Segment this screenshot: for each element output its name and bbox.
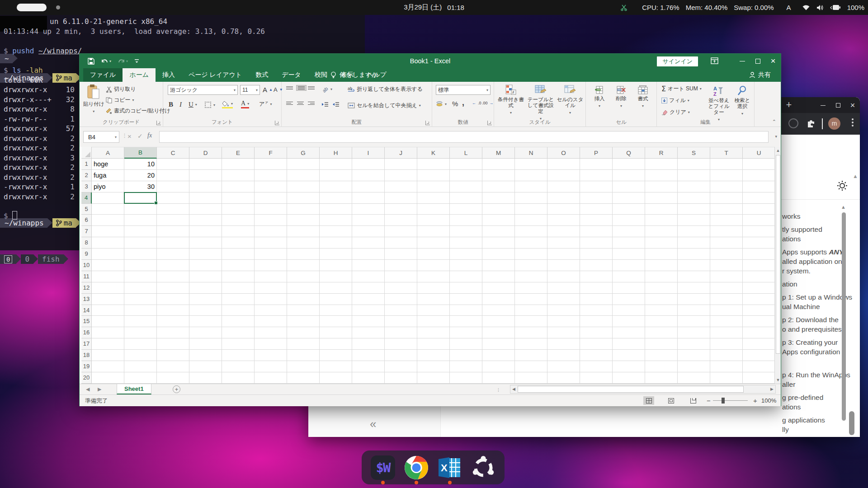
cell-T17[interactable] xyxy=(710,338,743,350)
cell-I17[interactable] xyxy=(352,338,385,350)
cell-E6[interactable] xyxy=(222,215,255,226)
cell-D1[interactable] xyxy=(189,159,222,170)
cell-O5[interactable] xyxy=(547,204,580,215)
zoom-out-button[interactable]: − xyxy=(707,397,711,404)
cell-M4[interactable] xyxy=(482,192,515,204)
cell-S15[interactable] xyxy=(678,316,710,327)
cell-I19[interactable] xyxy=(352,361,385,372)
cell-T16[interactable] xyxy=(710,327,743,338)
cell-O16[interactable] xyxy=(547,327,580,338)
cell-P3[interactable] xyxy=(580,181,613,192)
cell-N15[interactable] xyxy=(515,316,547,327)
cell-K16[interactable] xyxy=(417,327,450,338)
cell-K20[interactable] xyxy=(417,372,450,384)
cell-L5[interactable] xyxy=(450,204,482,215)
cell-A7[interactable] xyxy=(92,226,124,237)
cell-S13[interactable] xyxy=(678,294,710,305)
cell-C5[interactable] xyxy=(157,204,189,215)
cell-B16[interactable] xyxy=(124,327,157,338)
cell-R8[interactable] xyxy=(645,237,678,249)
cell-O19[interactable] xyxy=(547,361,580,372)
cell-I3[interactable] xyxy=(352,181,385,192)
cell-N20[interactable] xyxy=(515,372,547,384)
cell-E14[interactable] xyxy=(222,305,255,316)
column-header-O[interactable]: O xyxy=(547,147,580,159)
cell-G11[interactable] xyxy=(287,271,320,282)
cell-L14[interactable] xyxy=(450,305,482,316)
cell-R7[interactable] xyxy=(645,226,678,237)
row-header-14[interactable]: 14 xyxy=(81,305,92,316)
cell-G16[interactable] xyxy=(287,327,320,338)
conditional-formatting-button[interactable]: ≠ 条件付き書式▾ xyxy=(497,84,525,116)
tabbar-splitter[interactable]: ⁞ xyxy=(498,388,499,393)
align-center-button[interactable] xyxy=(297,102,304,105)
font-color-button[interactable]: A▾ xyxy=(241,100,249,108)
new-tab-button[interactable]: + xyxy=(783,99,795,111)
cell-D14[interactable] xyxy=(189,305,222,316)
cell-B12[interactable] xyxy=(124,282,157,294)
cell-B6[interactable] xyxy=(124,215,157,226)
ribbon-tab-ホーム[interactable]: ホーム xyxy=(123,68,156,82)
cell-N6[interactable] xyxy=(515,215,547,226)
cell-F7[interactable] xyxy=(255,226,287,237)
align-right-button[interactable] xyxy=(308,102,315,105)
column-header-N[interactable]: N xyxy=(515,147,547,159)
formula-input[interactable] xyxy=(159,131,769,143)
cell-C9[interactable] xyxy=(157,249,189,260)
cell-S5[interactable] xyxy=(678,204,710,215)
cell-K13[interactable] xyxy=(417,294,450,305)
percent-style-button[interactable]: % xyxy=(452,100,458,108)
zoom-slider-track[interactable] xyxy=(713,400,748,401)
cell-F15[interactable] xyxy=(255,316,287,327)
cell-L3[interactable] xyxy=(450,181,482,192)
cell-J7[interactable] xyxy=(385,226,417,237)
cell-B17[interactable] xyxy=(124,338,157,350)
cell-L13[interactable] xyxy=(450,294,482,305)
cell-O10[interactable] xyxy=(547,260,580,271)
cell-U19[interactable] xyxy=(743,361,775,372)
cell-S12[interactable] xyxy=(678,282,710,294)
cell-R14[interactable] xyxy=(645,305,678,316)
cell-N7[interactable] xyxy=(515,226,547,237)
cell-D8[interactable] xyxy=(189,237,222,249)
cell-J5[interactable] xyxy=(385,204,417,215)
cell-L17[interactable] xyxy=(450,338,482,350)
cell-M1[interactable] xyxy=(482,159,515,170)
cell-G15[interactable] xyxy=(287,316,320,327)
new-sheet-button[interactable]: + xyxy=(173,385,180,393)
column-header-S[interactable]: S xyxy=(678,147,710,159)
column-header-C[interactable]: C xyxy=(157,147,189,159)
cell-R10[interactable] xyxy=(645,260,678,271)
cell-P9[interactable] xyxy=(580,249,613,260)
cell-H10[interactable] xyxy=(320,260,352,271)
cell-M17[interactable] xyxy=(482,338,515,350)
cell-S4[interactable] xyxy=(678,192,710,204)
cell-U17[interactable] xyxy=(743,338,775,350)
cell-L2[interactable] xyxy=(450,170,482,181)
cell-F16[interactable] xyxy=(255,327,287,338)
page-layout-view-button[interactable] xyxy=(665,396,676,405)
cell-D7[interactable] xyxy=(189,226,222,237)
cell-P2[interactable] xyxy=(580,170,613,181)
collapse-ribbon-icon[interactable]: ⌃ xyxy=(772,119,776,125)
tell-me-search[interactable]: 何をしますか xyxy=(330,68,378,82)
cell-H15[interactable] xyxy=(320,316,352,327)
spreadsheet-grid[interactable]: hoge10fuga20piyo30 xyxy=(92,159,775,384)
cell-J15[interactable] xyxy=(385,316,417,327)
column-header-U[interactable]: U xyxy=(743,147,775,159)
cell-C14[interactable] xyxy=(157,305,189,316)
cell-N9[interactable] xyxy=(515,249,547,260)
cell-M3[interactable] xyxy=(482,181,515,192)
cell-C12[interactable] xyxy=(157,282,189,294)
cell-Q3[interactable] xyxy=(613,181,645,192)
cell-J3[interactable] xyxy=(385,181,417,192)
cell-J10[interactable] xyxy=(385,260,417,271)
cell-K5[interactable] xyxy=(417,204,450,215)
cell-J9[interactable] xyxy=(385,249,417,260)
column-header-L[interactable]: L xyxy=(450,147,482,159)
cell-G8[interactable] xyxy=(287,237,320,249)
toc-scrollbar-thumb[interactable] xyxy=(842,212,846,421)
cell-B8[interactable] xyxy=(124,237,157,249)
cell-J19[interactable] xyxy=(385,361,417,372)
cell-F4[interactable] xyxy=(255,192,287,204)
